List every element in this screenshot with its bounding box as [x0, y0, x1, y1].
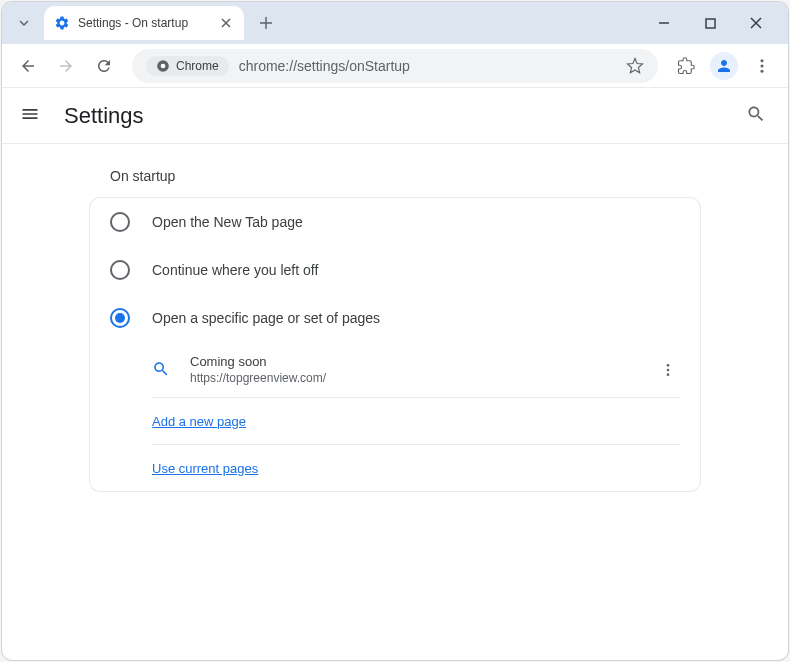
back-button[interactable]	[12, 50, 44, 82]
startup-page-item: Coming soon https://topgreenview.com/	[90, 342, 700, 397]
search-settings-icon[interactable]	[746, 104, 770, 128]
close-tab-icon[interactable]	[218, 15, 234, 31]
browser-tab[interactable]: Settings - On startup	[44, 6, 244, 40]
settings-favicon-icon	[54, 15, 70, 31]
new-tab-button[interactable]	[252, 9, 280, 37]
svg-point-7	[667, 368, 670, 371]
reload-button[interactable]	[88, 50, 120, 82]
radio-icon-selected	[110, 308, 130, 328]
section-title: On startup	[90, 168, 700, 184]
forward-button[interactable]	[50, 50, 82, 82]
page-favicon-icon	[152, 360, 172, 380]
svg-point-5	[761, 69, 764, 72]
settings-header: Settings	[2, 88, 788, 144]
titlebar: Settings - On startup	[2, 2, 788, 44]
toolbar: Chrome chrome://settings/onStartup	[2, 44, 788, 88]
radio-label: Open the New Tab page	[152, 214, 303, 230]
radio-continue[interactable]: Continue where you left off	[90, 246, 700, 294]
chrome-chip: Chrome	[146, 56, 229, 76]
settings-content: On startup Open the New Tab page Continu…	[2, 144, 788, 491]
page-kebab-menu-icon[interactable]	[660, 362, 680, 378]
radio-new-tab[interactable]: Open the New Tab page	[90, 198, 700, 246]
use-current-row: Use current pages	[90, 445, 700, 491]
page-title: Coming soon	[190, 354, 660, 369]
window-controls	[650, 9, 780, 37]
svg-point-3	[761, 59, 764, 62]
profile-button[interactable]	[708, 50, 740, 82]
settings-title: Settings	[64, 103, 144, 129]
svg-point-2	[161, 63, 166, 68]
tab-title: Settings - On startup	[78, 16, 218, 30]
page-url: https://topgreenview.com/	[190, 371, 660, 385]
radio-icon	[110, 260, 130, 280]
svg-point-4	[761, 64, 764, 67]
url-text: chrome://settings/onStartup	[239, 58, 626, 74]
close-window-button[interactable]	[742, 9, 770, 37]
tab-search-dropdown[interactable]	[10, 9, 38, 37]
radio-label: Continue where you left off	[152, 262, 318, 278]
svg-rect-0	[706, 19, 715, 28]
svg-point-8	[667, 373, 670, 376]
minimize-button[interactable]	[650, 9, 678, 37]
use-current-link[interactable]: Use current pages	[152, 461, 258, 476]
extensions-button[interactable]	[670, 50, 702, 82]
hamburger-menu-icon[interactable]	[20, 104, 44, 128]
add-page-row: Add a new page	[90, 398, 700, 444]
svg-point-6	[667, 364, 670, 367]
omnibox[interactable]: Chrome chrome://settings/onStartup	[132, 49, 658, 83]
radio-specific-pages[interactable]: Open a specific page or set of pages	[90, 294, 700, 342]
chrome-icon	[156, 59, 170, 73]
radio-label: Open a specific page or set of pages	[152, 310, 380, 326]
bookmark-star-icon[interactable]	[626, 57, 644, 75]
radio-icon	[110, 212, 130, 232]
chrome-chip-label: Chrome	[176, 59, 219, 73]
maximize-button[interactable]	[696, 9, 724, 37]
browser-window: Settings - On startup	[2, 2, 788, 660]
menu-button[interactable]	[746, 50, 778, 82]
startup-card: Open the New Tab page Continue where you…	[90, 198, 700, 491]
page-info: Coming soon https://topgreenview.com/	[190, 354, 660, 385]
add-page-link[interactable]: Add a new page	[152, 414, 246, 429]
